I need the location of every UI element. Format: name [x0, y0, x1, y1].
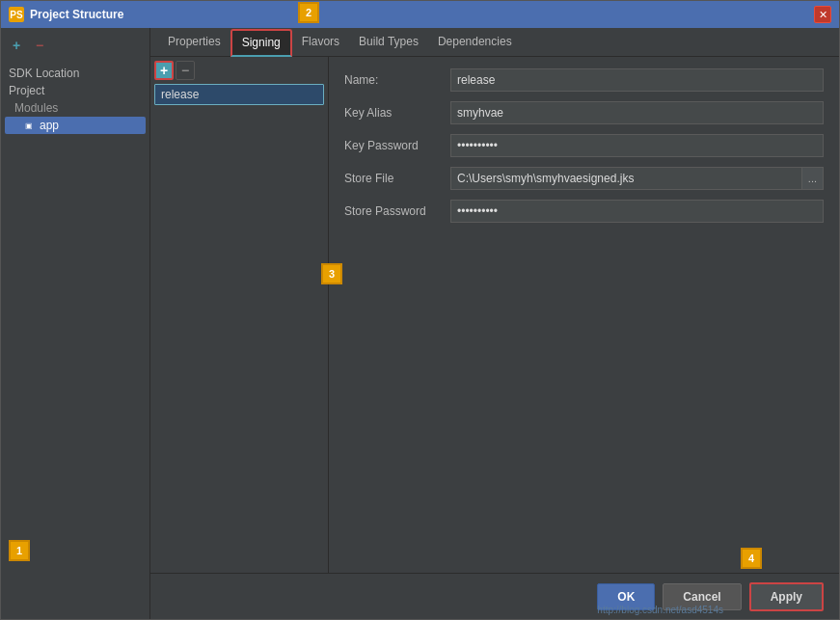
store-file-input[interactable]	[450, 167, 802, 190]
sidebar-add-button[interactable]: +	[7, 36, 26, 55]
sidebar-remove-button[interactable]: −	[30, 36, 49, 55]
watermark: http://blog.csdn.net/asd4514s	[597, 605, 723, 615]
form-row-store-password: Store Password	[344, 200, 824, 223]
store-file-container: ...	[450, 167, 824, 190]
annotation-2: 2	[298, 2, 319, 23]
sidebar: + − SDK Location Project Modules ▣ app	[1, 28, 150, 619]
main-panel: Properties Signing Flavors Build Types D…	[150, 28, 839, 619]
title-bar: PS Project Structure 2 ✕	[1, 1, 839, 28]
project-label: Project	[9, 84, 44, 97]
split-area: + − release 3 Name:	[150, 57, 839, 573]
modules-label: Modules	[14, 101, 58, 115]
window-title: Project Structure	[30, 8, 123, 21]
form-area: Name: Key Alias Key Password	[329, 57, 839, 573]
title-bar-left: PS Project Structure	[9, 7, 123, 22]
annotation-4: 4	[741, 548, 762, 569]
tab-properties[interactable]: Properties	[158, 28, 230, 56]
tab-flavors[interactable]: Flavors	[292, 28, 349, 56]
tab-dependencies[interactable]: Dependencies	[428, 28, 522, 56]
config-remove-button[interactable]: −	[176, 61, 195, 80]
main-window: PS Project Structure 2 ✕ + − SDK Locatio…	[0, 0, 840, 620]
sidebar-item-modules[interactable]: Modules	[5, 99, 146, 117]
module-icon: ▣	[22, 119, 36, 132]
app-icon: PS	[9, 7, 24, 22]
sidebar-item-project[interactable]: Project	[5, 82, 146, 99]
name-input[interactable]	[450, 68, 824, 92]
tab-signing[interactable]: Signing	[230, 29, 292, 57]
content-area: + − SDK Location Project Modules ▣ app	[1, 28, 839, 619]
config-list-panel: + − release 3	[150, 57, 329, 573]
form-row-key-password: Key Password	[344, 134, 824, 157]
config-item-release[interactable]: release	[154, 84, 324, 105]
close-button[interactable]: ✕	[814, 6, 831, 23]
store-password-label: Store Password	[344, 204, 450, 218]
apply-button[interactable]: Apply	[749, 582, 824, 611]
sidebar-item-sdk-location[interactable]: SDK Location	[5, 65, 146, 82]
sidebar-item-app[interactable]: ▣ app	[5, 117, 146, 134]
sdk-location-label: SDK Location	[9, 67, 79, 80]
key-password-label: Key Password	[344, 139, 450, 152]
browse-button[interactable]: ...	[802, 167, 824, 190]
tab-build-types[interactable]: Build Types	[349, 28, 428, 56]
sidebar-toolbar: + −	[5, 34, 146, 57]
app-label: app	[40, 119, 59, 132]
bottom-bar: 4 http://blog.csdn.net/asd4514s OK Cance…	[150, 573, 839, 619]
form-row-name: Name:	[344, 68, 824, 92]
key-alias-input[interactable]	[450, 101, 824, 124]
name-label: Name:	[344, 73, 450, 87]
tab-bar: Properties Signing Flavors Build Types D…	[150, 28, 839, 57]
form-row-store-file: Store File ...	[344, 167, 824, 190]
sidebar-tree: SDK Location Project Modules ▣ app	[5, 63, 146, 136]
annotation-3: 3	[321, 263, 342, 284]
form-row-key-alias: Key Alias	[344, 101, 824, 124]
config-add-button[interactable]: +	[154, 61, 174, 80]
annotation-1: 1	[9, 540, 30, 561]
key-alias-label: Key Alias	[344, 106, 450, 120]
store-file-label: Store File	[344, 172, 450, 185]
key-password-input[interactable]	[450, 134, 824, 157]
store-password-input[interactable]	[450, 200, 824, 223]
config-list-toolbar: + −	[154, 61, 324, 80]
